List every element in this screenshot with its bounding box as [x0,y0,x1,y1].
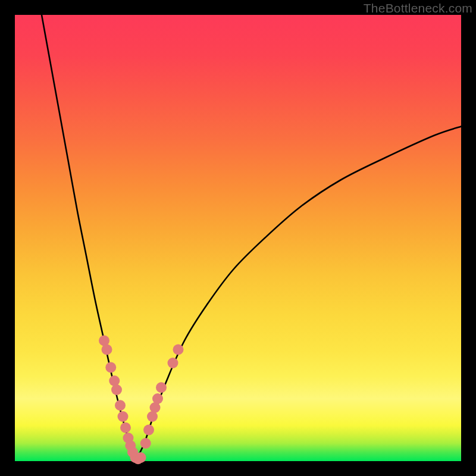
outer-frame: TheBottleneck.com [0,0,476,476]
plot-area [15,15,461,461]
marker-dot [109,375,120,386]
marker-dot [152,393,163,404]
marker-dot [120,422,131,433]
marker-dot [105,362,116,373]
curve-svg [15,15,461,461]
marker-dot [168,358,178,368]
marker-dot [156,382,167,393]
curve-right-branch [136,127,462,462]
marker-dot [140,438,151,449]
marker-dot [173,345,184,355]
marker-dot [102,345,112,355]
marker-dots [99,336,184,465]
watermark-text: TheBottleneck.com [364,1,472,15]
marker-dot [115,400,126,411]
curve-left-branch [42,15,136,461]
marker-dot [143,425,154,436]
v-curve [42,15,461,461]
marker-dot [118,411,129,422]
marker-dot [111,384,122,395]
marker-dot [136,452,146,463]
